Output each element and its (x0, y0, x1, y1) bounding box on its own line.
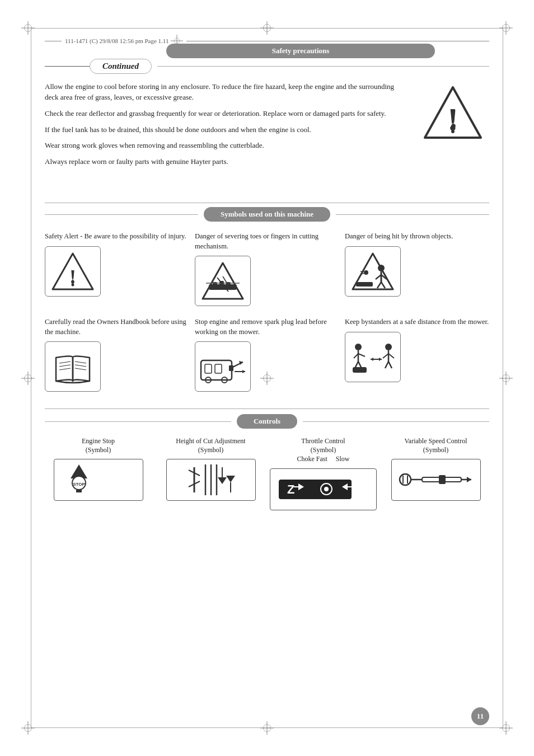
reg-cross-bottom-center (260, 721, 274, 735)
svg-point-56 (385, 344, 392, 350)
reg-cross-right-center (499, 372, 513, 385)
svg-line-49 (358, 354, 365, 356)
svg-marker-42 (242, 370, 245, 373)
continued-para-1: Allow the engine to cool before storing … (45, 82, 405, 103)
continued-text-col: Allow the engine to cool before storing … (45, 82, 405, 173)
controls-banner-text: Controls (254, 417, 280, 425)
symbols-section-banner: Symbols used on this machine (204, 207, 330, 222)
svg-line-60 (385, 361, 388, 368)
svg-line-34 (75, 365, 86, 367)
page-number-bubble: 11 (471, 707, 489, 725)
control-item-speed-control: Variable Speed Control(Symbol) (382, 436, 489, 510)
header-line-left (45, 41, 62, 41)
header-line-right (186, 41, 489, 41)
svg-line-27 (360, 271, 364, 272)
cutting-danger-icon (200, 261, 245, 301)
control-item-engine-stop: Engine Stop(Symbol) STOP (45, 436, 152, 510)
symbol-item-bystanders: Keep bystanders at a safe distance from … (345, 317, 489, 392)
svg-line-25 (381, 282, 385, 288)
continued-para-4: Wear strong work gloves when removing an… (45, 140, 405, 151)
svg-rect-43 (229, 365, 233, 371)
controls-section-banner: Controls (237, 414, 297, 429)
reg-cross-tr (499, 21, 513, 35)
svg-text:!: ! (70, 267, 76, 286)
symbol-item-stop-engine: Stop engine and remove spark plug lead b… (195, 317, 339, 392)
svg-rect-52 (353, 367, 367, 373)
control-label-speed-control: Variable Speed Control(Symbol) (405, 436, 467, 454)
read-manual-icon (50, 346, 95, 387)
safety-alert-icon: ! ! (50, 251, 95, 292)
symbol-label-bystanders: Keep bystanders at a safe distance from … (345, 317, 489, 327)
controls-section: Controls Engine Stop(Symbol) STOP (45, 414, 489, 510)
control-item-throttle: Throttle Control(Symbol)Choke Fast Slow … (270, 436, 377, 510)
continued-section: Continued Allow the engine to cool befor… (45, 59, 489, 173)
top-section-banner-text: Safety precautions (272, 46, 330, 55)
continued-para-5: Always replace worn or faulty parts with… (45, 157, 405, 167)
page: 111-1471 (C) 29/8/08 12:56 pm Page 1.11 … (0, 0, 534, 756)
top-banner-area: Safety precautions (112, 44, 489, 58)
top-section-banner: Safety precautions (166, 44, 435, 58)
svg-line-58 (383, 354, 388, 358)
continued-content: Allow the engine to cool before storing … (45, 82, 489, 173)
svg-line-33 (75, 361, 86, 363)
thrown-objects-icon (350, 251, 395, 292)
symbol-label-thrown-objects: Danger of being hit by thrown objects. (345, 232, 453, 242)
symbol-item-read-manual: Carefully read the Owners Handbook befor… (45, 317, 189, 392)
control-icon-engine-stop: STOP (54, 459, 143, 501)
controls-banner-row: Controls (45, 414, 489, 429)
control-icon-speed-control (391, 459, 481, 501)
svg-line-30 (59, 361, 71, 363)
svg-point-26 (364, 270, 368, 275)
continued-line-right (157, 66, 489, 67)
symbol-label-cutting-danger: Danger of severing toes or fingers in cu… (195, 232, 339, 251)
svg-text:STOP: STOP (73, 482, 85, 487)
reg-cross-tl (21, 21, 35, 35)
symbol-label-safety-alert: Safety Alert - Be aware to the possibili… (45, 232, 186, 242)
svg-text:Z: Z (287, 482, 294, 496)
continued-para-2: Check the rear deflector and grassbag fr… (45, 109, 405, 119)
symbol-item-thrown-objects: Danger of being hit by thrown objects. (345, 232, 489, 306)
symbol-icon-thrown-objects (345, 246, 401, 297)
svg-rect-38 (215, 364, 222, 373)
svg-point-80 (324, 487, 329, 491)
bystanders-icon (348, 337, 397, 377)
symbol-item-safety-alert: Safety Alert - Be aware to the possibili… (45, 232, 189, 306)
svg-rect-37 (205, 364, 212, 373)
control-icon-throttle: Z (270, 468, 377, 510)
reg-cross-top-center (260, 21, 274, 35)
reg-cross-br (499, 721, 513, 735)
svg-marker-71 (218, 477, 227, 484)
svg-rect-88 (439, 475, 446, 484)
svg-marker-90 (467, 477, 471, 482)
section-divider-1 (45, 203, 489, 203)
speed-control-symbol-icon (394, 462, 478, 498)
symbols-banner-text: Symbols used on this machine (221, 210, 313, 218)
continued-warning-icon: ! ! (422, 84, 484, 140)
svg-marker-54 (371, 358, 373, 361)
continued-para-3: If the fuel tank has to be drained, this… (45, 125, 405, 135)
svg-line-24 (377, 282, 381, 288)
svg-line-59 (388, 354, 394, 358)
continued-banner-row: Continued (45, 59, 489, 74)
controls-line-left (45, 421, 231, 422)
svg-marker-55 (379, 358, 382, 361)
svg-line-35 (75, 368, 86, 370)
symbol-grid: Safety Alert - Be aware to the possibili… (45, 232, 489, 392)
symbols-line-left (45, 214, 198, 215)
section-divider-2 (45, 408, 489, 409)
controls-grid: Engine Stop(Symbol) STOP Height of Cut A… (45, 436, 489, 510)
symbol-icon-cutting-danger (195, 256, 251, 306)
continued-icon-col: ! ! (416, 82, 489, 173)
svg-marker-73 (226, 476, 235, 482)
svg-rect-29 (356, 282, 373, 287)
symbol-label-stop-engine: Stop engine and remove spark plug lead b… (195, 317, 339, 337)
svg-line-32 (59, 368, 71, 370)
symbol-item-cutting-danger: Danger of severing toes or fingers in cu… (195, 232, 339, 306)
svg-point-83 (400, 474, 411, 485)
symbol-icon-read-manual (45, 341, 101, 392)
page-number: 11 (477, 712, 484, 721)
control-label-engine-stop: Engine Stop(Symbol) (82, 436, 115, 454)
svg-point-46 (355, 344, 362, 350)
symbol-icon-stop-engine (195, 341, 251, 392)
reg-cross-left-center (21, 372, 35, 385)
